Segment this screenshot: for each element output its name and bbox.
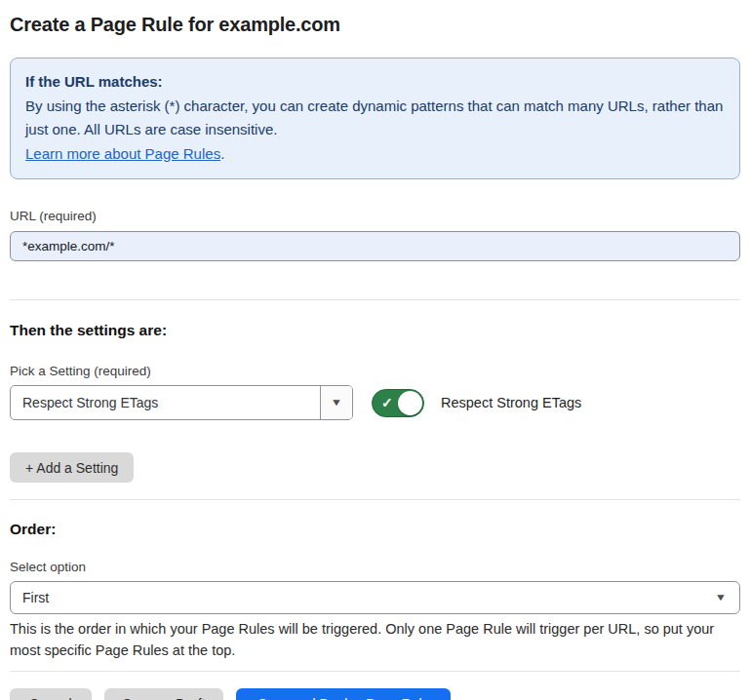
info-box-heading: If the URL matches: bbox=[25, 70, 725, 95]
settings-section-heading: Then the settings are: bbox=[10, 321, 740, 339]
setting-select-arrow-button[interactable]: ▼ bbox=[320, 386, 352, 419]
etags-toggle[interactable]: ✓ bbox=[372, 389, 424, 417]
page-rule-form: Create a Page Rule for example.com If th… bbox=[0, 0, 750, 700]
setting-select-value: Respect Strong ETags bbox=[11, 386, 320, 419]
learn-more-link[interactable]: Learn more about Page Rules bbox=[25, 145, 220, 162]
divider bbox=[10, 671, 740, 672]
order-help-text: This is the order in which your Page Rul… bbox=[10, 619, 739, 661]
add-setting-button[interactable]: + Add a Setting bbox=[10, 452, 134, 483]
page-title: Create a Page Rule for example.com bbox=[10, 12, 740, 37]
order-select[interactable]: First ▼ bbox=[10, 581, 740, 614]
url-input[interactable] bbox=[10, 231, 740, 261]
link-suffix: . bbox=[220, 145, 224, 162]
info-box-body: By using the asterisk (*) character, you… bbox=[25, 95, 725, 142]
cancel-button[interactable]: Cancel bbox=[10, 688, 92, 700]
setting-select[interactable]: Respect Strong ETags ▼ bbox=[10, 385, 353, 420]
check-icon: ✓ bbox=[381, 396, 393, 409]
etags-toggle-group: ✓ Respect Strong ETags bbox=[372, 389, 581, 417]
caret-down-icon: ▼ bbox=[331, 398, 342, 408]
save-draft-button[interactable]: Save as Draft bbox=[104, 688, 224, 700]
info-box-link-line: Learn more about Page Rules. bbox=[25, 142, 725, 167]
save-deploy-button[interactable]: Save and Deploy Page Rule bbox=[236, 688, 451, 700]
order-select-value: First bbox=[22, 590, 49, 605]
etags-toggle-label: Respect Strong ETags bbox=[441, 395, 581, 410]
footer-actions: Cancel Save as Draft Save and Deploy Pag… bbox=[10, 688, 740, 700]
caret-down-icon: ▼ bbox=[715, 593, 727, 603]
url-match-info-box: If the URL matches: By using the asteris… bbox=[10, 58, 740, 179]
setting-row: Respect Strong ETags ▼ ✓ Respect Strong … bbox=[10, 385, 740, 420]
url-field-label: URL (required) bbox=[10, 209, 740, 224]
divider bbox=[10, 299, 740, 300]
divider bbox=[10, 499, 740, 500]
toggle-knob bbox=[398, 391, 422, 415]
pick-setting-label: Pick a Setting (required) bbox=[10, 364, 740, 379]
order-select-label: Select option bbox=[10, 560, 740, 575]
order-section-heading: Order: bbox=[10, 520, 740, 538]
